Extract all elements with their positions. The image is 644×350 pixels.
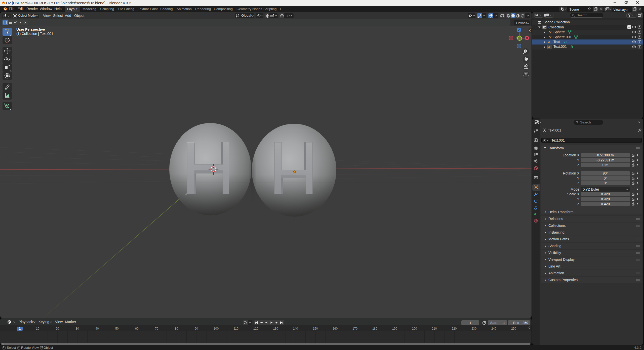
svg-text:X: X [526, 36, 528, 40]
svg-text:Z: Z [518, 28, 520, 32]
